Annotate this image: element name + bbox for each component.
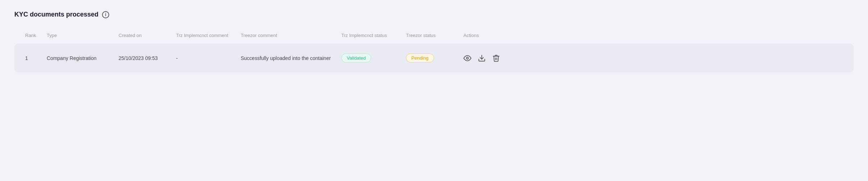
col-header-trz-comment: Trz Implemcnct comment	[176, 33, 241, 38]
status-badge-validated: Validated	[341, 54, 371, 62]
svg-point-0	[466, 57, 468, 59]
kyc-documents-page: KYC documents processed i Rank Type Crea…	[14, 11, 854, 73]
col-header-actions: Actions	[463, 33, 507, 38]
cell-treezor-comment: Successfully uploaded into the container	[241, 55, 341, 61]
table-header: Rank Type Created on Trz Implemcnct comm…	[14, 29, 854, 42]
cell-created-on: 25/10/2023 09:53	[119, 55, 176, 61]
cell-trz-status: Validated	[341, 54, 406, 62]
cell-actions	[463, 54, 507, 62]
table-row: 1 Company Registration 25/10/2023 09:53 …	[14, 43, 854, 73]
col-header-trz-status: Trz Implemcnct status	[341, 33, 406, 38]
col-header-treezor-comment: Treezor comment	[241, 33, 341, 38]
download-icon[interactable]	[478, 54, 486, 62]
col-header-type: Type	[47, 33, 119, 38]
cell-trz-comment: -	[176, 55, 241, 61]
col-header-treezor-status: Treezor status	[406, 33, 463, 38]
cell-treezor-status: Pending	[406, 54, 463, 62]
kyc-table: Rank Type Created on Trz Implemcnct comm…	[14, 29, 854, 73]
col-header-created-on: Created on	[119, 33, 176, 38]
col-header-rank: Rank	[25, 33, 47, 38]
page-title: KYC documents processed	[14, 11, 98, 18]
cell-rank: 1	[25, 55, 47, 61]
cell-type: Company Registration	[47, 55, 119, 61]
status-badge-pending: Pending	[406, 54, 434, 62]
info-icon[interactable]: i	[102, 11, 109, 18]
delete-icon[interactable]	[492, 54, 500, 62]
page-header: KYC documents processed i	[14, 11, 854, 18]
view-icon[interactable]	[463, 54, 471, 62]
